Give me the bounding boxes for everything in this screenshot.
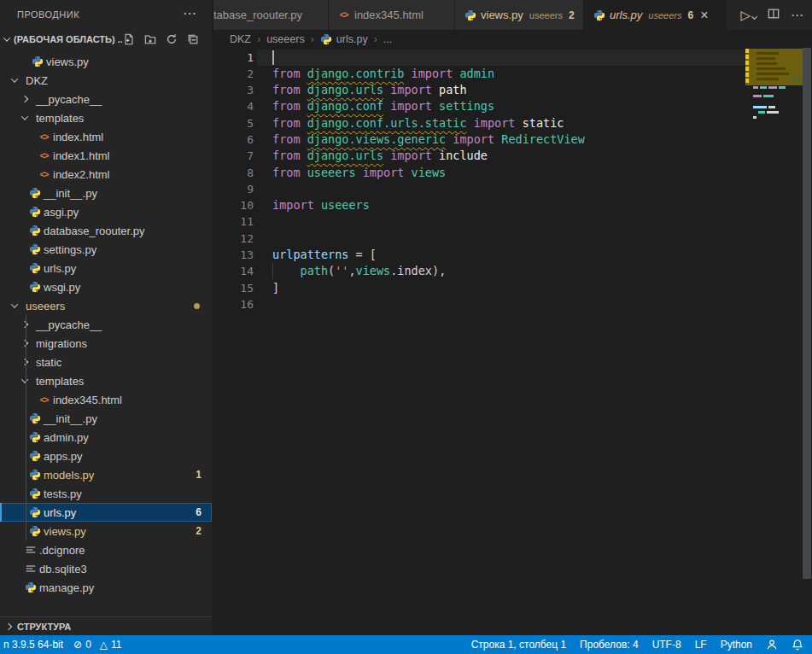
html-icon: <> xyxy=(38,132,50,142)
tree-item-views.py[interactable]: views.py2 xyxy=(0,522,212,540)
code-line-14[interactable]: path('',views.index), xyxy=(272,263,585,279)
tree-item-apps.py[interactable]: apps.py xyxy=(0,447,212,465)
breadcrumb-item[interactable]: ... xyxy=(383,33,392,45)
code-line-7[interactable]: from django.urls import include xyxy=(272,148,585,164)
tab-urls.py[interactable]: urls.pyuseeers6× xyxy=(584,0,727,30)
python-icon xyxy=(28,187,41,199)
code-token: import xyxy=(272,198,321,212)
code-line-11[interactable] xyxy=(272,213,585,230)
tab-views.py[interactable]: views.pyuseeers2 xyxy=(455,0,584,30)
tree-item-DKZ[interactable]: DKZ xyxy=(0,71,212,90)
tree-item-__pycache__[interactable]: __pycache__ xyxy=(0,90,212,108)
tree-item-index.html[interactable]: <>index.html xyxy=(0,127,212,146)
code-line-12[interactable] xyxy=(272,231,585,247)
tree-item-__init__.py[interactable]: __init__.py xyxy=(0,409,212,428)
line-number[interactable]: 13 xyxy=(213,247,254,263)
line-number[interactable]: 4 xyxy=(213,98,254,114)
line-number[interactable]: 6 xyxy=(213,131,254,148)
code-line-6[interactable]: from django.views.generic import Redirec… xyxy=(272,131,585,148)
line-number[interactable]: 1 xyxy=(213,50,254,66)
minimap[interactable] xyxy=(745,48,802,133)
close-tab-icon[interactable]: × xyxy=(700,9,708,22)
line-number[interactable]: 9 xyxy=(213,181,254,197)
tree-item-useeers[interactable]: useeers xyxy=(0,296,212,315)
code-line-1[interactable] xyxy=(272,50,585,66)
tree-item-urls.py[interactable]: urls.py6 xyxy=(0,503,212,522)
line-number[interactable]: 15 xyxy=(213,280,254,296)
line-number[interactable]: 10 xyxy=(213,197,254,213)
new-folder-icon[interactable] xyxy=(143,32,157,46)
status-item[interactable]: Python xyxy=(721,639,752,651)
status-item[interactable]: LF xyxy=(695,639,707,651)
run-python-file-button[interactable]: ▷ xyxy=(740,8,757,23)
code-line-2[interactable]: from django.contrib import admin xyxy=(272,66,585,82)
code-token: index xyxy=(397,264,432,277)
tree-item-templates[interactable]: templates xyxy=(0,371,212,390)
tree-item-wsgi.py[interactable]: wsgi.py xyxy=(0,277,212,296)
tree-item-index345.html[interactable]: <>index345.html xyxy=(0,390,212,409)
tree-item-views.py[interactable]: views.py xyxy=(0,52,212,71)
line-number-gutter[interactable]: 12345678910111213141516 xyxy=(213,50,254,313)
status-item[interactable]: Пробелов: 4 xyxy=(580,639,639,651)
line-number[interactable]: 5 xyxy=(213,115,254,131)
tab-tabase_roouter.py[interactable]: tabase_roouter.py xyxy=(213,0,329,30)
status-item[interactable]: Строка 1, столбец 1 xyxy=(471,639,566,651)
breadcrumb-item[interactable]: DKZ xyxy=(230,33,251,45)
status-item[interactable]: UTF-8 xyxy=(652,639,681,651)
tree-item-admin.py[interactable]: admin.py xyxy=(0,428,212,447)
line-number[interactable]: 2 xyxy=(213,66,254,82)
line-number[interactable]: 14 xyxy=(213,263,254,279)
status-item[interactable]: n 3.9.5 64-bit xyxy=(3,639,63,651)
code-line-8[interactable]: from useeers import views xyxy=(272,165,585,181)
tree-item-index1.html[interactable]: <>index1.html xyxy=(0,146,212,165)
tree-item-static[interactable]: static xyxy=(0,353,212,371)
code-line-9[interactable] xyxy=(272,181,585,197)
code-line-4[interactable]: from django.conf import settings xyxy=(272,98,585,114)
tree-item-urls.py[interactable]: urls.py xyxy=(0,259,212,277)
new-file-icon[interactable] xyxy=(122,32,136,46)
tree-item-db.sqlite3[interactable]: db.sqlite3 xyxy=(0,559,212,578)
code-line-16[interactable] xyxy=(272,296,585,312)
line-number[interactable]: 7 xyxy=(213,148,254,164)
html-icon: <> xyxy=(38,170,50,179)
tree-item-__pycache__[interactable]: __pycache__ xyxy=(0,315,212,334)
code-line-15[interactable]: ] xyxy=(272,280,585,296)
python-icon xyxy=(28,488,41,499)
tree-item-__init__.py[interactable]: __init__.py xyxy=(0,184,212,202)
tree-item-templates[interactable]: templates xyxy=(0,108,212,127)
code-line-3[interactable]: from django.urls import path xyxy=(272,82,585,98)
tree-item-database_roouter.py[interactable]: database_roouter.py xyxy=(0,221,212,240)
bell-icon[interactable] xyxy=(792,639,803,651)
tree-item-.dcignore[interactable]: .dcignore xyxy=(0,540,212,559)
vertical-scrollbar[interactable] xyxy=(803,48,811,579)
tree-item-models.py[interactable]: models.py1 xyxy=(0,465,212,484)
collapse-all-icon[interactable] xyxy=(186,32,200,46)
code-line-13[interactable]: urlpatterns = [ xyxy=(272,247,585,263)
tree-item-tests.py[interactable]: tests.py xyxy=(0,484,212,503)
line-number[interactable]: 11 xyxy=(213,213,254,230)
breadcrumb-item[interactable]: useeers xyxy=(266,33,304,45)
tree-item-migrations[interactable]: migrations xyxy=(0,334,212,353)
code-content[interactable]: from django.contrib import adminfrom dja… xyxy=(272,50,585,313)
tree-item-index2.html[interactable]: <>index2.html xyxy=(0,165,212,184)
line-number[interactable]: 16 xyxy=(213,296,254,312)
tree-item-settings.py[interactable]: settings.py xyxy=(0,240,212,259)
code-line-10[interactable]: import useeers xyxy=(272,197,585,213)
line-number[interactable]: 3 xyxy=(213,82,254,98)
refresh-icon[interactable] xyxy=(165,32,178,46)
outline-section-header[interactable]: СТРУКТУРА xyxy=(0,616,212,635)
code-line-5[interactable]: from django.conf.urls.static import stat… xyxy=(272,115,585,131)
line-number[interactable]: 8 xyxy=(213,165,254,181)
breadcrumb-item[interactable]: urls.py xyxy=(336,33,368,45)
tree-item-manage.py[interactable]: manage.py xyxy=(0,578,212,597)
tree-item-asgi.py[interactable]: asgi.py xyxy=(0,202,212,221)
more-actions-icon[interactable]: ⋯ xyxy=(791,8,803,23)
problems-status[interactable]: ⊘0△11 xyxy=(73,639,121,651)
split-editor-icon[interactable] xyxy=(768,8,780,23)
python-icon xyxy=(28,243,41,255)
person-icon[interactable] xyxy=(766,639,778,651)
line-number[interactable]: 12 xyxy=(213,231,254,247)
tab-index345.html[interactable]: <>index345.html xyxy=(329,0,455,30)
workspace-section-header[interactable]: (РАБОЧАЯ ОБЛАСТЬ) ... xyxy=(0,30,212,49)
explorer-more-actions-icon[interactable]: ⋯ xyxy=(183,5,196,21)
